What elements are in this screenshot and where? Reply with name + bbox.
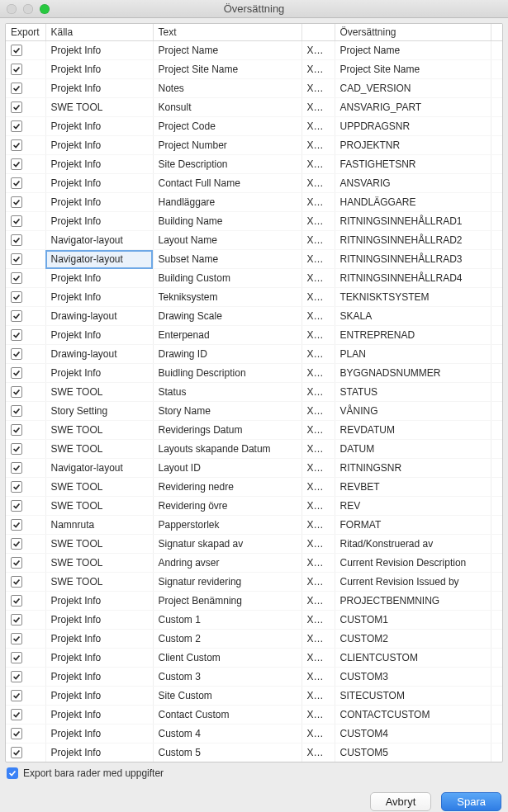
- cell-translation[interactable]: REVDATUM: [335, 421, 491, 440]
- table-row[interactable]: Projekt InfoBuidling DescriptionXXXX_BYG…: [6, 364, 502, 383]
- cell-text[interactable]: Project Name: [153, 41, 301, 60]
- export-checkbox[interactable]: [11, 102, 22, 113]
- cell-translation[interactable]: RITNINGSINNEHÅLLRAD1: [335, 212, 491, 231]
- cell-export[interactable]: [6, 554, 45, 573]
- cell-text[interactable]: Subset Name: [153, 250, 301, 269]
- table-row[interactable]: SWE TOOLKonsultXXXX_ANSVARIG_PART: [6, 98, 502, 117]
- cell-source[interactable]: Projekt Info: [45, 706, 153, 725]
- export-checkbox[interactable]: [11, 576, 22, 588]
- cell-source[interactable]: Navigator-layout: [45, 250, 153, 269]
- cell-translation[interactable]: Current Revision Issued by: [335, 573, 491, 592]
- cell-source[interactable]: Projekt Info: [45, 326, 153, 345]
- cell-code[interactable]: XXXX_: [301, 288, 335, 307]
- table-row[interactable]: Projekt InfoBuilding NameXXXX_RITNINGSIN…: [6, 212, 502, 231]
- table-row[interactable]: Navigator-layoutLayout IDXXXX_RITNINGSNR: [6, 459, 502, 478]
- cell-translation[interactable]: CUSTOM1: [335, 611, 491, 630]
- cell-code[interactable]: XXXX_: [301, 744, 335, 762]
- export-checkbox[interactable]: [11, 215, 22, 227]
- cell-source[interactable]: Projekt Info: [45, 364, 153, 383]
- cell-source[interactable]: Projekt Info: [45, 60, 153, 79]
- cancel-button[interactable]: Avbryt: [370, 792, 432, 811]
- cell-source[interactable]: SWE TOOL: [45, 421, 153, 440]
- cell-text[interactable]: Enterpenad: [153, 326, 301, 345]
- cell-translation[interactable]: RITNINGSINNEHÅLLRAD2: [335, 231, 491, 250]
- table-row[interactable]: SWE TOOLLayouts skapande DatumXXXX_DATUM: [6, 440, 502, 459]
- export-checkbox[interactable]: [11, 158, 22, 170]
- table-row[interactable]: SWE TOOLSignatur skapad avXXXX_Ritad/Kon…: [6, 535, 502, 554]
- cell-translation[interactable]: STATUS: [335, 383, 491, 402]
- cell-source[interactable]: Projekt Info: [45, 174, 153, 193]
- cell-export[interactable]: [6, 307, 45, 326]
- cell-translation[interactable]: Current Revision Description: [335, 554, 491, 573]
- export-only-rows-checkbox[interactable]: [7, 767, 18, 779]
- cell-code[interactable]: XXXX_: [301, 79, 335, 98]
- cell-translation[interactable]: SKALA: [335, 307, 491, 326]
- cell-translation[interactable]: ANSVARIG_PART: [335, 98, 491, 117]
- table-row[interactable]: Projekt InfoHandläggareXXXX_HANDLÄGGARE: [6, 193, 502, 212]
- cell-text[interactable]: Konsult: [153, 98, 301, 117]
- cell-export[interactable]: [6, 174, 45, 193]
- table-row[interactable]: Drawing-layoutDrawing IDXXXX_PLAN: [6, 345, 502, 364]
- cell-text[interactable]: Drawing ID: [153, 345, 301, 364]
- cell-export[interactable]: [6, 725, 45, 744]
- export-checkbox[interactable]: [11, 690, 22, 701]
- table-row[interactable]: SWE TOOLReviderings DatumXXXX_REVDATUM: [6, 421, 502, 440]
- cell-source[interactable]: Projekt Info: [45, 611, 153, 630]
- export-checkbox[interactable]: [11, 462, 22, 474]
- cell-code[interactable]: XXXX_: [301, 554, 335, 573]
- cell-export[interactable]: [6, 630, 45, 649]
- cell-code[interactable]: XXXX_: [301, 41, 335, 60]
- cell-translation[interactable]: ANSVARIG: [335, 174, 491, 193]
- close-icon[interactable]: [7, 4, 17, 14]
- cell-translation[interactable]: REV: [335, 497, 491, 516]
- cell-export[interactable]: [6, 592, 45, 611]
- cell-source[interactable]: SWE TOOL: [45, 573, 153, 592]
- cell-code[interactable]: XXXX_: [301, 60, 335, 79]
- cell-code[interactable]: XXXX_: [301, 326, 335, 345]
- cell-text[interactable]: Signatur revidering: [153, 573, 301, 592]
- export-checkbox[interactable]: [11, 633, 22, 644]
- cell-code[interactable]: XXXX_: [301, 535, 335, 554]
- cell-code[interactable]: XXXX_: [301, 307, 335, 326]
- cell-export[interactable]: [6, 98, 45, 117]
- cell-source[interactable]: Projekt Info: [45, 193, 153, 212]
- table-row[interactable]: Projekt InfoContact CustomXXXX_CONTACTCU…: [6, 706, 502, 725]
- cell-export[interactable]: [6, 668, 45, 687]
- export-checkbox[interactable]: [11, 329, 22, 341]
- cell-translation[interactable]: BYGGNADSNUMMER: [335, 364, 491, 383]
- cell-translation[interactable]: DATUM: [335, 440, 491, 459]
- cell-code[interactable]: XXXX_: [301, 478, 335, 497]
- cell-text[interactable]: Contact Full Name: [153, 174, 301, 193]
- export-checkbox[interactable]: [11, 671, 22, 682]
- export-checkbox[interactable]: [11, 424, 22, 436]
- cell-source[interactable]: Projekt Info: [45, 117, 153, 136]
- cell-translation[interactable]: FASTIGHETSNR: [335, 155, 491, 174]
- export-checkbox[interactable]: [11, 481, 22, 493]
- cell-export[interactable]: [6, 41, 45, 60]
- cell-export[interactable]: [6, 459, 45, 478]
- cell-source[interactable]: Story Setting: [45, 402, 153, 421]
- cell-translation[interactable]: VÅNING: [335, 402, 491, 421]
- cell-source[interactable]: Projekt Info: [45, 41, 153, 60]
- cell-export[interactable]: [6, 535, 45, 554]
- cell-export[interactable]: [6, 117, 45, 136]
- table-row[interactable]: Projekt InfoProject NumberXXXX_PROJEKTNR: [6, 136, 502, 155]
- cell-text[interactable]: Custom 5: [153, 744, 301, 762]
- col-header-source[interactable]: Källa: [45, 24, 153, 41]
- zoom-icon[interactable]: [40, 4, 50, 14]
- table-row[interactable]: Story SettingStory NameXXXX_VÅNING: [6, 402, 502, 421]
- export-checkbox[interactable]: [11, 367, 22, 379]
- cell-export[interactable]: [6, 136, 45, 155]
- cell-text[interactable]: Building Custom: [153, 269, 301, 288]
- cell-translation[interactable]: RITNINGSINNEHÅLLRAD3: [335, 250, 491, 269]
- cell-source[interactable]: SWE TOOL: [45, 440, 153, 459]
- export-checkbox[interactable]: [11, 443, 22, 455]
- cell-text[interactable]: Buidling Description: [153, 364, 301, 383]
- cell-source[interactable]: Drawing-layout: [45, 307, 153, 326]
- cell-text[interactable]: Custom 2: [153, 630, 301, 649]
- cell-text[interactable]: Signatur skapad av: [153, 535, 301, 554]
- cell-code[interactable]: XXXX_: [301, 250, 335, 269]
- cell-source[interactable]: SWE TOOL: [45, 497, 153, 516]
- cell-export[interactable]: [6, 402, 45, 421]
- cell-export[interactable]: [6, 60, 45, 79]
